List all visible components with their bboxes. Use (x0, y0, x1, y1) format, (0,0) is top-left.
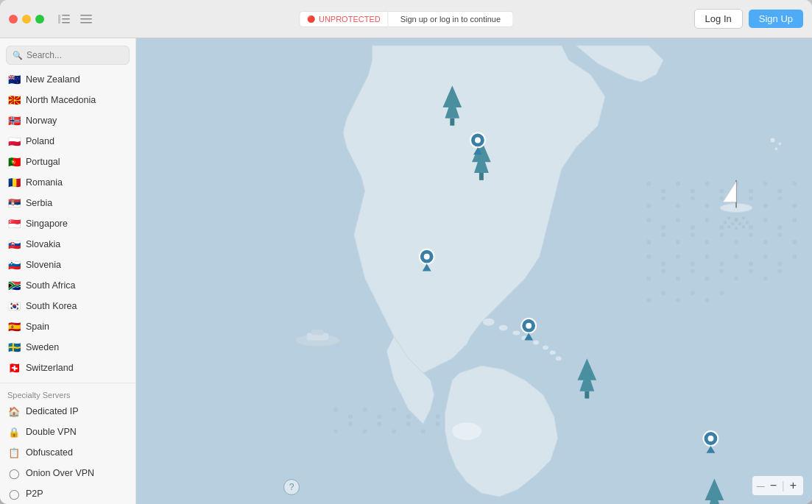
search-box[interactable]: 🔍 (6, 46, 130, 65)
svg-point-24 (719, 196, 724, 201)
svg-point-133 (727, 216, 730, 219)
svg-point-17 (777, 189, 782, 194)
svg-point-74 (661, 291, 666, 295)
list-item[interactable]: 🇪🇸 Spain (0, 316, 135, 337)
svg-point-57 (719, 262, 724, 266)
minimize-button[interactable] (22, 15, 31, 24)
list-item[interactable]: 🇰🇷 South Korea (0, 296, 135, 316)
svg-point-45 (705, 240, 710, 244)
svg-point-80 (348, 414, 353, 419)
country-name: Portugal (26, 157, 60, 167)
close-button[interactable] (9, 15, 18, 24)
list-item[interactable]: 🇸🇬 Singapore (0, 213, 135, 234)
zoom-out-button[interactable]: − (768, 478, 779, 493)
zoom-line: — (757, 481, 765, 490)
country-flag: 🇸🇰 (7, 238, 21, 251)
list-item[interactable]: 🇸🇪 Sweden (0, 337, 135, 358)
list-item[interactable]: 🇲🇰 North Macedonia (0, 90, 135, 110)
specialty-item[interactable]: 📋 Obfuscated (0, 442, 135, 463)
specialty-item[interactable]: ◯ Onion Over VPN (0, 463, 135, 483)
svg-point-46 (719, 233, 724, 237)
list-item[interactable]: 🇳🇴 Norway (0, 110, 135, 131)
list-item[interactable]: 🇨🇭 Switzerland (0, 358, 135, 378)
svg-rect-3 (62, 22, 70, 24)
svg-point-54 (676, 255, 680, 259)
country-name: South Africa (26, 280, 75, 291)
svg-point-27 (763, 204, 768, 208)
svg-point-102 (483, 319, 495, 326)
svg-point-147 (771, 138, 775, 143)
svg-point-62 (792, 255, 797, 259)
list-item[interactable]: 🇸🇰 Slovakia (0, 234, 135, 255)
search-input[interactable] (27, 50, 123, 60)
login-button[interactable]: Log In (694, 9, 743, 29)
specialty-item-label: Double VPN (26, 427, 77, 437)
svg-point-138 (738, 222, 741, 225)
svg-point-37 (749, 225, 753, 230)
country-flag: 🇰🇷 (7, 299, 21, 313)
list-item[interactable]: 🇵🇹 Portugal (0, 152, 135, 172)
svg-point-56 (705, 255, 710, 259)
country-flag: 🇪🇸 (7, 320, 21, 333)
list-item[interactable]: 🇷🇸 Serbia (0, 193, 135, 213)
country-flag: 🇸🇪 (7, 341, 21, 354)
specialty-item[interactable]: 🔒 Double VPN (0, 422, 135, 442)
country-flag: 🇳🇿 (7, 73, 21, 86)
specialty-item-label: Dedicated IP (26, 406, 79, 416)
svg-rect-2 (62, 18, 70, 20)
svg-point-32 (676, 218, 680, 222)
list-item[interactable]: 🇿🇦 South Africa (0, 275, 135, 296)
svg-point-96 (406, 422, 411, 426)
help-button[interactable]: ? (283, 479, 300, 495)
signup-button[interactable]: Sign Up (749, 10, 803, 28)
list-item[interactable]: 🇵🇱 Poland (0, 131, 135, 152)
svg-point-69 (734, 276, 738, 280)
svg-point-60 (763, 255, 768, 259)
specialty-icon: ◯ (7, 466, 21, 480)
specialty-item[interactable]: 🏠 Dedicated IP (0, 401, 135, 422)
svg-point-19 (646, 204, 651, 208)
country-name: Spain (26, 322, 49, 332)
list-item[interactable]: 🇷🇴 Romania (0, 172, 135, 193)
svg-point-106 (533, 340, 539, 344)
zoom-in-button[interactable]: + (788, 478, 799, 493)
svg-point-41 (646, 240, 651, 244)
svg-point-21 (676, 204, 680, 208)
svg-point-35 (719, 225, 724, 230)
svg-point-39 (777, 225, 782, 230)
svg-point-98 (436, 422, 440, 426)
titlebar: UNPROTECTED Sign up or log in to continu… (0, 0, 812, 38)
svg-point-70 (749, 269, 753, 274)
svg-point-149 (774, 147, 777, 150)
unprotected-label: UNPROTECTED (319, 15, 381, 24)
svg-point-81 (363, 407, 367, 411)
svg-point-22 (691, 196, 695, 201)
content: 🔍 🇳🇿 New Zealand 🇲🇰 North Macedonia 🇳🇴 N… (0, 38, 812, 504)
list-view-button[interactable] (78, 13, 94, 26)
svg-point-123 (475, 138, 481, 143)
country-name: Switzerland (26, 363, 74, 373)
svg-rect-1 (58, 15, 60, 24)
svg-point-92 (348, 422, 353, 426)
svg-point-61 (777, 262, 782, 266)
traffic-lights (9, 15, 44, 24)
svg-point-9 (661, 189, 666, 194)
svg-point-16 (763, 182, 768, 186)
svg-point-49 (763, 240, 768, 244)
specialty-item[interactable]: ◯ P2P (0, 483, 135, 504)
svg-point-47 (734, 240, 738, 244)
svg-point-55 (691, 262, 695, 266)
list-item[interactable]: 🇸🇮 Slovenia (0, 255, 135, 275)
svg-point-79 (333, 407, 338, 411)
svg-point-108 (550, 350, 556, 355)
maximize-button[interactable] (35, 15, 44, 24)
country-flag: 🇸🇬 (7, 217, 21, 230)
map-controls: — − | + (752, 476, 803, 495)
svg-point-75 (676, 298, 680, 302)
sidebar-toggle-button[interactable] (56, 13, 72, 26)
country-flag: 🇷🇴 (7, 176, 21, 189)
svg-point-12 (705, 182, 710, 186)
svg-point-42 (661, 233, 666, 237)
list-item[interactable]: 🇳🇿 New Zealand (0, 69, 135, 90)
country-flag: 🇳🇴 (7, 114, 21, 127)
